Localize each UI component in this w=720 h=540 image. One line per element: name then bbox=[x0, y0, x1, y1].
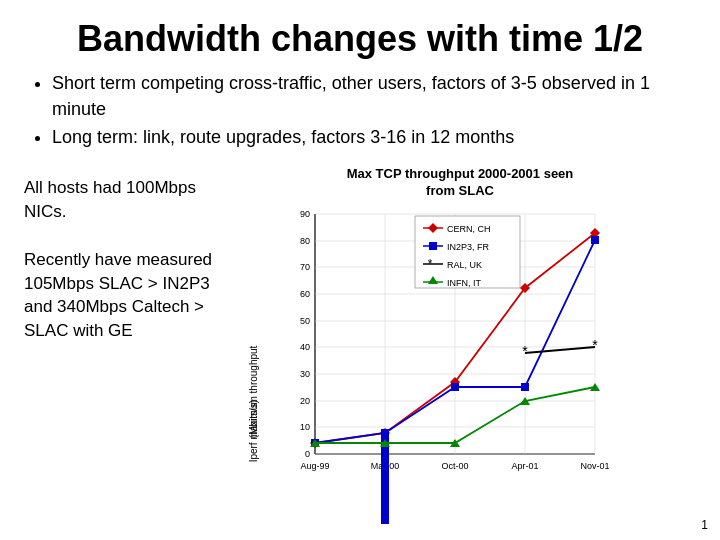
svg-rect-56 bbox=[591, 236, 599, 244]
slide-number: 1 bbox=[701, 518, 708, 532]
left-block1: All hosts had 100Mbps NICs. bbox=[24, 176, 224, 224]
svg-text:INFN, IT: INFN, IT bbox=[447, 278, 481, 288]
slide-title: Bandwidth changes with time 1/2 bbox=[24, 18, 696, 60]
bullet-2: Long term: link, route upgrades, factors… bbox=[52, 124, 696, 150]
svg-text:80: 80 bbox=[300, 236, 310, 246]
svg-text:IN2P3, FR: IN2P3, FR bbox=[447, 242, 490, 252]
chart-area: Max TCP throughput 2000-2001 seen from S… bbox=[224, 166, 696, 528]
svg-text:(Mbits/s): (Mbits/s) bbox=[248, 400, 259, 438]
svg-text:Aug-99: Aug-99 bbox=[300, 461, 329, 471]
svg-text:*: * bbox=[592, 337, 598, 353]
bullet-1: Short term competing cross-traffic, othe… bbox=[52, 70, 696, 122]
svg-text:50: 50 bbox=[300, 316, 310, 326]
svg-text:RAL, UK: RAL, UK bbox=[447, 260, 482, 270]
svg-text:10: 10 bbox=[300, 422, 310, 432]
svg-text:30: 30 bbox=[300, 369, 310, 379]
svg-rect-54 bbox=[451, 383, 459, 391]
left-text-panel: All hosts had 100Mbps NICs. Recently hav… bbox=[24, 166, 224, 528]
svg-rect-38 bbox=[429, 242, 437, 250]
svg-text:40: 40 bbox=[300, 342, 310, 352]
chart-container: Iperf maximum throughput (Mbits/s) 0 10 … bbox=[245, 204, 675, 524]
svg-rect-53 bbox=[381, 429, 389, 437]
svg-text:CERN, CH: CERN, CH bbox=[447, 224, 491, 234]
chart-svg: Iperf maximum throughput (Mbits/s) 0 10 … bbox=[245, 204, 675, 524]
svg-text:20: 20 bbox=[300, 396, 310, 406]
slide: Bandwidth changes with time 1/2 Short te… bbox=[0, 0, 720, 540]
svg-text:Oct-00: Oct-00 bbox=[441, 461, 468, 471]
svg-text:*: * bbox=[522, 343, 528, 359]
svg-text:Apr-01: Apr-01 bbox=[511, 461, 538, 471]
svg-text:70: 70 bbox=[300, 262, 310, 272]
svg-text:60: 60 bbox=[300, 289, 310, 299]
svg-text:Nov-01: Nov-01 bbox=[580, 461, 609, 471]
svg-text:90: 90 bbox=[300, 209, 310, 219]
bullet-list: Short term competing cross-traffic, othe… bbox=[24, 70, 696, 152]
left-block2: Recently have measured 105Mbps SLAC > IN… bbox=[24, 248, 224, 343]
svg-text:*: * bbox=[428, 257, 433, 271]
chart-title: Max TCP throughput 2000-2001 seen from S… bbox=[347, 166, 574, 200]
svg-text:0: 0 bbox=[305, 449, 310, 459]
svg-rect-55 bbox=[521, 383, 529, 391]
main-content: All hosts had 100Mbps NICs. Recently hav… bbox=[24, 166, 696, 528]
